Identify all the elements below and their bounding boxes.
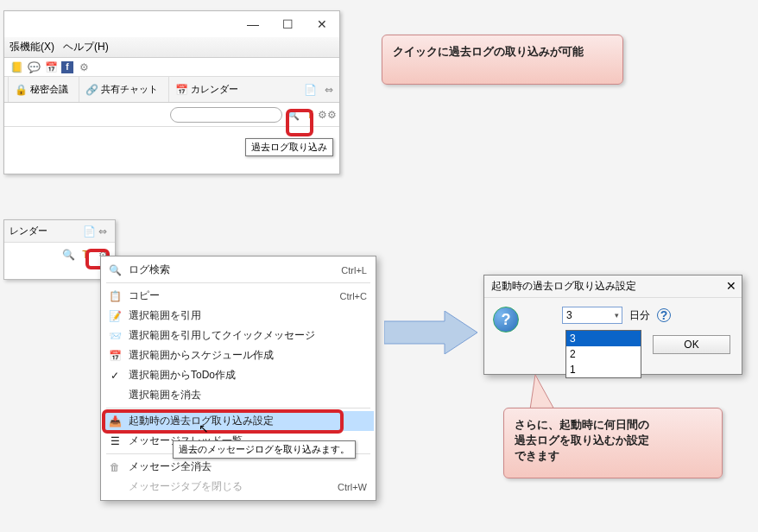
schedule-icon: 📅 xyxy=(106,350,123,362)
arrow-right-icon xyxy=(384,311,479,354)
close-button[interactable]: ✕ xyxy=(305,12,339,36)
todo-icon: ✓ xyxy=(106,370,123,382)
list-icon: ☰ xyxy=(106,435,123,447)
share-icon: 🔗 xyxy=(85,83,98,97)
ctx-close-tab: メッセージタブを閉じる Ctrl+W xyxy=(103,477,374,497)
days-dropdown: 3 2 1 xyxy=(565,330,641,378)
highlight-box-1 xyxy=(286,109,313,136)
copy-icon: 📋 xyxy=(106,290,123,302)
titlebar: ― ☐ ✕ xyxy=(4,11,339,37)
cursor-icon: ↖ xyxy=(199,421,209,435)
callout-quick-import: クイックに過去ログの取り込みが可能 xyxy=(382,35,623,85)
lock-icon: 🔒 xyxy=(14,83,28,97)
tool-label: 共有チャット xyxy=(101,83,158,96)
dropdown-option-1[interactable]: 1 xyxy=(566,362,641,377)
separator xyxy=(106,408,370,408)
maximize-button[interactable]: ☐ xyxy=(270,12,305,36)
snippet-label: レンダー xyxy=(9,225,47,238)
facebook-icon[interactable]: f xyxy=(61,61,73,73)
search-icon[interactable]: 🔍 xyxy=(61,248,75,262)
settings-gears-icon[interactable]: ⚙⚙ xyxy=(320,108,334,122)
ctx-schedule[interactable]: 📅 選択範囲からスケジュール作成 xyxy=(103,345,374,365)
dialog-title: 起動時の過去ログ取り込み設定 ✕ xyxy=(484,276,742,298)
ctx-clear-all[interactable]: 🗑 メッセージ全消去 xyxy=(103,457,374,477)
callout-startup-days: さらに、起動時に何日間の 過去ログを取り込むか設定 できます xyxy=(503,408,723,478)
callout-line: できます xyxy=(515,448,711,464)
minimize-button[interactable]: ― xyxy=(236,12,270,36)
quote-icon: 📝 xyxy=(106,310,123,322)
resize-handle-icon[interactable]: ⇔ xyxy=(322,83,336,97)
menu-help[interactable]: ヘルプ(H) xyxy=(63,40,109,54)
tool-shared-chat[interactable]: 🔗 共有チャット xyxy=(79,77,163,102)
context-menu: 🔍 ログ検索 Ctrl+L 📋 コピー Ctrl+C 📝 選択範囲を引用 📨 選… xyxy=(100,256,376,501)
trash-icon: 🗑 xyxy=(106,461,123,473)
book-icon[interactable]: 📒 xyxy=(9,60,23,74)
dialog-close-button[interactable]: ✕ xyxy=(726,279,736,293)
menubar: 張機能(X) ヘルプ(H) xyxy=(4,37,339,58)
chat-bubble-icon[interactable]: 💬 xyxy=(27,60,41,74)
callout-line: さらに、起動時に何日間の xyxy=(515,417,711,433)
tool-label: 秘密会議 xyxy=(30,83,68,96)
ctx-quote-quick[interactable]: 📨 選択範囲を引用してクイックメッセージ xyxy=(103,326,374,345)
dropdown-option-3[interactable]: 3 xyxy=(566,331,641,346)
menu-extensions[interactable]: 張機能(X) xyxy=(9,40,54,54)
question-icon: ? xyxy=(493,307,519,332)
highlight-box-3 xyxy=(102,409,344,434)
icon-row: 📒 💬 📅 f ⚙ xyxy=(4,58,339,77)
dropdown-option-2[interactable]: 2 xyxy=(566,346,641,362)
chevron-down-icon: ▾ xyxy=(615,311,619,320)
tool-calendar[interactable]: 📅 カレンダー xyxy=(168,77,243,102)
search-icon: 🔍 xyxy=(106,264,123,276)
tool-label: カレンダー xyxy=(191,83,238,96)
separator xyxy=(106,282,370,283)
ctx-copy[interactable]: 📋 コピー Ctrl+C xyxy=(103,286,374,306)
svg-marker-2 xyxy=(530,375,554,409)
ctx-todo[interactable]: ✓ 選択範囲からToDo作成 xyxy=(103,365,374,385)
callout-text: クイックに過去ログの取り込みが可能 xyxy=(393,45,584,58)
days-select[interactable]: 3 ▾ xyxy=(562,307,622,324)
svg-marker-1 xyxy=(384,311,477,354)
calendar-icon: 📅 xyxy=(174,83,188,97)
calendar-mini-icon[interactable]: 📅 xyxy=(44,60,58,74)
gear-icon[interactable]: ⚙ xyxy=(77,60,91,74)
folder-icon[interactable]: 📄 xyxy=(82,225,96,238)
callout-line: 過去ログを取り込むか設定 xyxy=(515,433,711,448)
callout-tail-2 xyxy=(528,375,563,411)
toolbar: 🔒 秘密会議 🔗 共有チャット 📅 カレンダー 📄 ⇔ xyxy=(4,77,339,103)
ok-button[interactable]: OK xyxy=(653,335,730,354)
snippet-row: レンダー 📄 ⇔ xyxy=(4,220,115,243)
tooltip-import-log: 過去ログ取り込み xyxy=(245,138,333,156)
ctx-quote[interactable]: 📝 選択範囲を引用 xyxy=(103,306,374,326)
days-label: 日分 xyxy=(629,308,650,323)
quote-quick-icon: 📨 xyxy=(106,330,123,342)
tooltip-import-past-logs: 過去のメッセージログを取り込みます。 xyxy=(173,440,356,459)
folder-icon[interactable]: 📄 xyxy=(303,83,317,97)
resize-handle-icon[interactable]: ⇔ xyxy=(96,225,110,238)
search-input[interactable] xyxy=(170,107,282,123)
ctx-clear-selection[interactable]: 選択範囲を消去 xyxy=(103,385,374,405)
help-icon[interactable]: ? xyxy=(657,308,671,322)
tool-secret-meeting[interactable]: 🔒 秘密会議 xyxy=(8,77,73,102)
ctx-log-search[interactable]: 🔍 ログ検索 Ctrl+L xyxy=(103,260,374,280)
